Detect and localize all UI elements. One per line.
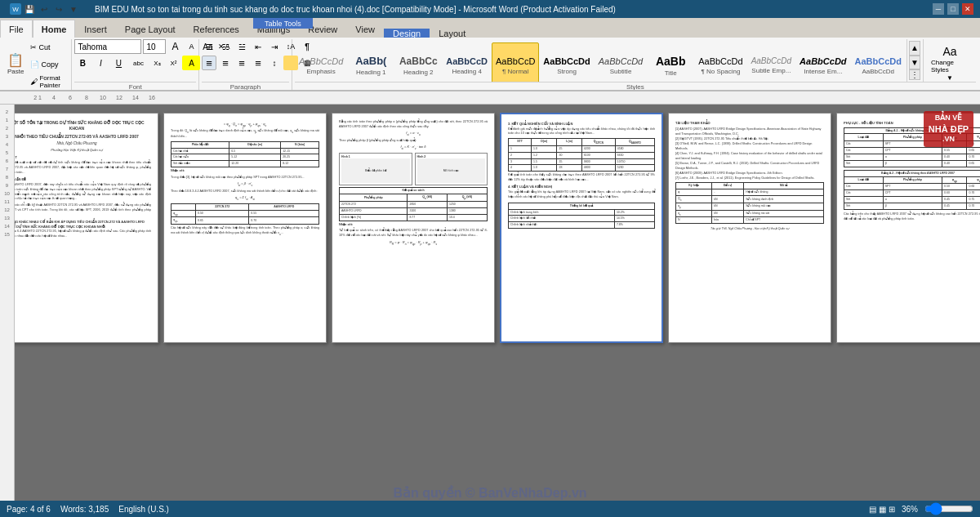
doc-page-5[interactable]: TÀI LIỆU THAM KHẢO [1] AASHTO (2007). AA… — [668, 113, 831, 343]
v-ruler-mark: 10 — [0, 189, 14, 198]
title-bar: W 💾 ↩ ↪ ▼ BIM EDU Mot so ton tai trong d… — [0, 0, 980, 18]
grow-font-button[interactable]: A — [167, 39, 182, 54]
font-name-input[interactable] — [74, 39, 141, 54]
v-ruler-mark: 3 — [0, 132, 14, 140]
font-group: A A Aa ✕A B I U abc X₂ X² A A Font — [72, 39, 199, 91]
v-ruler-mark: 13 — [0, 214, 14, 222]
v-ruler-mark: 8 — [0, 173, 14, 181]
ruler-mark: 16 — [144, 95, 160, 100]
minimize-btn[interactable]: ─ — [933, 3, 944, 15]
increase-indent-button[interactable]: ⇥ — [267, 39, 282, 54]
style-intenseem2[interactable]: AaBbCcDd AaBbCcDd — [851, 42, 906, 82]
change-styles-icon: Aa — [942, 45, 956, 58]
v-ruler-mark: 12 — [0, 206, 14, 214]
style-heading4[interactable]: AaBbCcD Heading 4 — [442, 42, 492, 82]
v-ruler-mark: 6 — [0, 157, 14, 165]
align-right-button[interactable]: ≡ — [234, 56, 249, 70]
style-emphasis[interactable]: AaBbCcDd Emphasis — [295, 42, 347, 82]
qa-redo[interactable]: ↪ — [52, 2, 65, 16]
style-heading1[interactable]: AaBb( Heading 1 — [347, 42, 394, 82]
strikethrough-button[interactable]: abc — [128, 56, 148, 70]
styles-scroll-down[interactable]: ▼ — [909, 56, 920, 70]
center-button[interactable]: ≡ — [218, 56, 233, 70]
numbering-button[interactable]: ☷ — [218, 39, 233, 54]
copy-button[interactable]: 📄 Copy — [28, 56, 69, 73]
ruler-mark: 8 — [78, 95, 95, 100]
tab-home[interactable]: Home — [33, 20, 76, 38]
format-painter-button[interactable]: 🖌 Format Painter — [28, 74, 69, 90]
italic-button[interactable]: I — [92, 56, 109, 70]
style-intenseem[interactable]: AaBbCcDd Intense Em... — [795, 42, 850, 82]
style-heading2[interactable]: AaBbCc Heading 2 — [394, 42, 442, 82]
bullets-button[interactable]: ☰ — [202, 39, 216, 54]
ribbon-content: 📋 Paste ✂ Cut 📄 Copy 🖌 Format Painter Cl… — [0, 38, 980, 91]
tab-layout[interactable]: Layout — [430, 29, 474, 38]
doc-page-3[interactable]: Bằng các tính toán theo phương pháp α (p… — [332, 113, 495, 343]
close-btn[interactable]: ✕ — [962, 3, 973, 15]
paste-icon: 📋 — [7, 54, 24, 67]
qa-save[interactable]: 💾 — [23, 2, 36, 16]
style-subtitle[interactable]: AaBbCcDd Subtitle — [595, 42, 647, 82]
styles-row: AaBbCcDd Emphasis AaBb( Heading 1 AaBbCc… — [295, 39, 906, 82]
multilevel-button[interactable]: ☱ — [234, 39, 249, 54]
window-controls: ─ □ ✕ — [933, 3, 973, 15]
qa-dropdown[interactable]: ▼ — [67, 2, 80, 16]
tab-file[interactable]: File — [0, 20, 33, 38]
page-content-3: Bằng các tính toán theo phương pháp α (p… — [332, 114, 494, 254]
tab-page-layout[interactable]: Page Layout — [116, 20, 185, 38]
style-strong[interactable]: AaBbCcDd Strong — [539, 42, 594, 82]
font-size-input[interactable] — [143, 39, 166, 54]
styles-expand[interactable]: ⋮ — [909, 69, 920, 80]
style-title[interactable]: AaBb Title — [647, 42, 694, 82]
app-title: BIM EDU Mot so ton tai trong du tinh suc… — [95, 5, 616, 14]
page-content-1: MỘT SỐ TỒN TẠI TRONG DỰ TÍNH SỨC KHÁNG Đ… — [15, 114, 158, 246]
decrease-indent-button[interactable]: ⇤ — [251, 39, 265, 54]
page-content-5: TÀI LIỆU THAM KHẢO [1] AASHTO (2007). AA… — [669, 114, 831, 238]
underline-button[interactable]: U — [110, 56, 127, 70]
zoom-level: 36% — [902, 505, 918, 514]
v-ruler-mark: 1 — [0, 116, 14, 124]
cut-button[interactable]: ✂ Cut — [28, 39, 69, 56]
styles-scroll-up[interactable]: ▲ — [909, 41, 920, 56]
qa-undo[interactable]: ↩ — [38, 2, 51, 16]
v-ruler-mark: 2 — [0, 108, 14, 116]
style-nospacing[interactable]: AaBbCcDd ¶ No Spacing — [694, 42, 746, 82]
align-left-button[interactable]: ≡ — [202, 56, 216, 70]
styles-area: AaBbCcDd Emphasis AaBb( Heading 1 AaBbCc… — [295, 39, 906, 82]
language-status: English (U.S.) — [118, 505, 169, 514]
v-ruler-mark: 7 — [0, 165, 14, 173]
paste-button[interactable]: 📋 Paste — [4, 47, 27, 82]
change-styles-arrow: ▼ — [947, 74, 953, 82]
change-styles-button[interactable]: Aa Change Styles ▼ — [929, 42, 971, 82]
word-icon: W — [10, 3, 21, 15]
ruler-mark: 14 — [127, 95, 144, 100]
content-area: 2 1 4 6 8 10 12 14 16 2 1 2 3 4 5 6 7 8 … — [0, 91, 980, 501]
doc-page-2[interactable]: = φq · Qn = φqp · qp + φqs · qs Trong đó… — [163, 113, 327, 343]
tab-design[interactable]: Design — [384, 29, 430, 38]
superscript-button[interactable]: X² — [166, 56, 180, 70]
line-spacing-button[interactable]: ↕ — [267, 56, 282, 70]
content-main: 2 1 2 3 4 5 6 7 8 9 10 11 12 13 14 15 MỘ… — [0, 105, 980, 501]
doc-page-1[interactable]: MỘT SỐ TỒN TẠI TRONG DỰ TÍNH SỨC KHÁNG Đ… — [15, 113, 158, 343]
tab-references[interactable]: References — [185, 20, 248, 38]
ribbon-tab-row: Table Tools File Home Insert Page Layout… — [0, 18, 980, 38]
view-icons: ▤ ▦ ⊞ — [869, 505, 895, 514]
words-status: Words: 3,185 — [60, 505, 109, 514]
tab-insert[interactable]: Insert — [75, 20, 116, 38]
style-normal[interactable]: AaBbCcD ¶ Normal — [492, 42, 539, 82]
highlight-button[interactable]: A — [182, 56, 200, 70]
change-styles-label: Change Styles — [931, 59, 969, 74]
pages-area[interactable]: MỘT SỐ TỒN TẠI TRONG DỰ TÍNH SỨC KHÁNG Đ… — [15, 105, 980, 501]
style-subtleem[interactable]: AaBbCcDd Subtle Emp... — [747, 42, 795, 82]
styles-group: AaBbCcDd Emphasis AaBb( Heading 1 AaBbCc… — [292, 39, 978, 91]
justify-button[interactable]: ≡ — [251, 56, 265, 70]
shrink-font-button[interactable]: A — [184, 39, 198, 54]
page-status: Page: 4 of 6 — [7, 505, 51, 514]
doc-page-6[interactable]: PHỤ LỤC - SỐ LIỆU TÍNH TOÁN Bảng A.1 - H… — [836, 113, 980, 343]
subscript-button[interactable]: X₂ — [149, 56, 164, 70]
maximize-btn[interactable]: □ — [947, 3, 959, 15]
bold-button[interactable]: B — [74, 56, 91, 70]
zoom-slider[interactable] — [924, 505, 973, 513]
doc-page-4[interactable]: 3. KẾT QUẢ NGHIÊN CỨU VÀ BÌNH LUẬN Để đá… — [500, 113, 663, 343]
tab-view[interactable]: View — [346, 20, 384, 38]
